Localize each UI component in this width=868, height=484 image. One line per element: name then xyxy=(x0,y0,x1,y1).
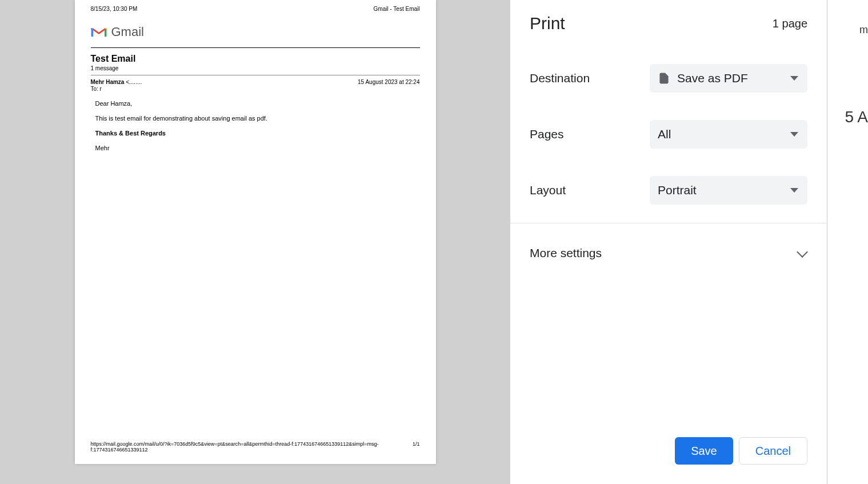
divider-thin xyxy=(91,75,420,75)
body-line-1: This is test email for demonstrating abo… xyxy=(95,115,420,122)
dropdown-arrow-icon xyxy=(790,188,798,193)
body-signature: Mehr xyxy=(95,145,420,151)
dropdown-arrow-icon xyxy=(790,132,798,137)
email-subject: Test Email xyxy=(91,54,420,64)
print-doc-title: Gmail - Test Email xyxy=(374,6,420,12)
print-panel: Print 1 page Destination Save as PDF Pag… xyxy=(510,0,827,484)
sender-line: Mehr Hamza <........ xyxy=(91,79,142,85)
destination-dropdown[interactable]: Save as PDF xyxy=(650,64,807,93)
strip-text-1: m xyxy=(859,24,868,36)
email-timestamp: 15 August 2023 at 22:24 xyxy=(358,79,419,85)
body-signoff: Thanks & Best Regards xyxy=(95,130,420,137)
button-row: Save Cancel xyxy=(510,437,827,484)
strip-text-2: 5 A xyxy=(845,108,868,126)
cancel-button[interactable]: Cancel xyxy=(739,437,807,465)
sender-name: Mehr Hamza xyxy=(91,79,125,85)
layout-value: Portrait xyxy=(658,183,697,197)
page-header: 8/15/23, 10:30 PM Gmail - Test Email xyxy=(91,6,420,12)
gmail-logo-icon xyxy=(91,26,107,38)
pages-dropdown[interactable]: All xyxy=(650,120,807,149)
save-button[interactable]: Save xyxy=(675,437,733,465)
pages-row: Pages All xyxy=(530,120,807,149)
dropdown-arrow-icon xyxy=(790,76,798,81)
page-footer: https://mail.google.com/mail/u/0/?ik=703… xyxy=(91,441,420,453)
footer-page-num: 1/1 xyxy=(413,441,420,453)
preview-area: 8/15/23, 10:30 PM Gmail - Test Email Gma… xyxy=(0,0,510,484)
print-title: Print xyxy=(530,14,565,33)
message-count: 1 message xyxy=(91,65,420,71)
sender-row: Mehr Hamza <........ 15 August 2023 at 2… xyxy=(91,79,420,85)
page-count: 1 page xyxy=(773,17,807,30)
pages-label: Pages xyxy=(530,127,650,141)
more-settings-label: More settings xyxy=(530,246,602,260)
more-settings-toggle[interactable]: More settings xyxy=(510,223,827,260)
to-line: To: r xyxy=(91,86,420,92)
gmail-text: Gmail xyxy=(111,25,144,39)
print-date: 8/15/23, 10:30 PM xyxy=(91,6,138,12)
chevron-down-icon xyxy=(798,250,807,256)
layout-dropdown[interactable]: Portrait xyxy=(650,176,807,205)
background-strip: m 5 A xyxy=(827,0,868,484)
layout-row: Layout Portrait xyxy=(530,176,807,205)
divider xyxy=(91,47,420,48)
destination-label: Destination xyxy=(530,71,650,85)
destination-row: Destination Save as PDF xyxy=(530,64,807,93)
destination-value: Save as PDF xyxy=(677,71,748,85)
page-preview: 8/15/23, 10:30 PM Gmail - Test Email Gma… xyxy=(75,0,436,464)
body-greeting: Dear Hamza, xyxy=(95,100,420,107)
sender-email: <........ xyxy=(124,79,142,85)
layout-label: Layout xyxy=(530,183,650,197)
document-icon xyxy=(658,71,670,86)
print-header: Print 1 page xyxy=(510,0,827,39)
footer-url: https://mail.google.com/mail/u/0/?ik=703… xyxy=(91,441,413,453)
settings-section: Destination Save as PDF Pages All Layout… xyxy=(510,39,827,205)
pages-value: All xyxy=(658,127,671,141)
gmail-logo-row: Gmail xyxy=(91,25,420,39)
